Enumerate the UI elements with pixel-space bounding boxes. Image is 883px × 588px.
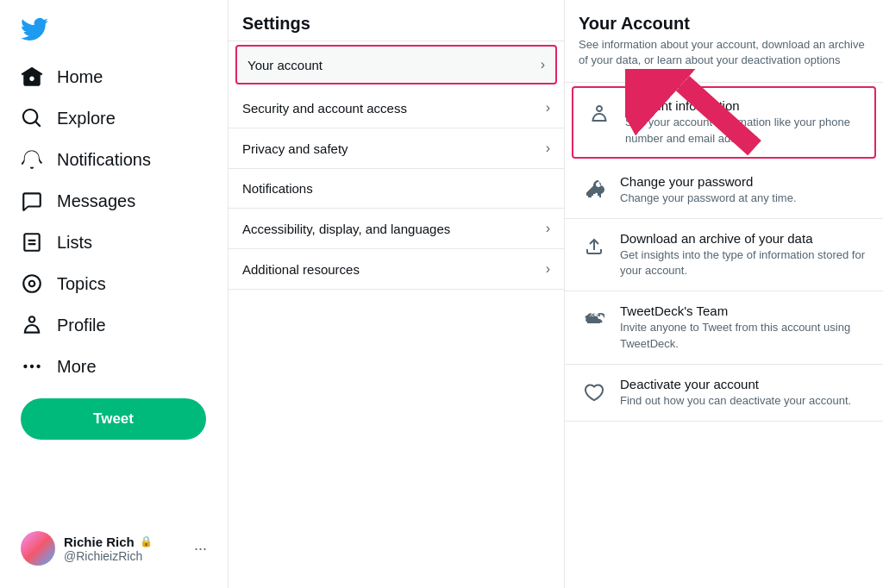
account-item-download-archive[interactable]: Download an archive of your data Get ins… [565, 219, 883, 291]
key-icon [579, 174, 610, 205]
sidebar-item-label: Profile [57, 316, 106, 335]
settings-panel: Settings Your account › Security and acc… [229, 0, 565, 588]
sidebar-user[interactable]: Richie Rich 🔒 @RichieizRich ··· [10, 522, 217, 574]
notifications-icon [21, 148, 43, 171]
svg-point-0 [23, 275, 41, 292]
sidebar-item-profile[interactable]: Profile [10, 305, 217, 345]
sidebar-item-explore[interactable]: Explore [10, 98, 217, 138]
sidebar-item-lists[interactable]: Lists [10, 222, 217, 262]
explore-icon [21, 107, 43, 129]
sidebar-item-label: Notifications [57, 150, 151, 170]
team-icon [579, 303, 610, 335]
heart-broken-icon [579, 377, 610, 408]
account-item-deactivate[interactable]: Deactivate your account Find out how you… [565, 365, 883, 422]
tweet-button[interactable]: Tweet [21, 398, 206, 440]
account-item-description: Change your password at any time. [620, 191, 869, 206]
download-icon [579, 231, 610, 262]
home-icon [21, 66, 43, 88]
account-panel: Your Account See information about your … [565, 0, 883, 588]
user-more-icon[interactable]: ··· [194, 540, 207, 558]
avatar [21, 531, 55, 566]
svg-point-1 [29, 281, 35, 287]
account-item-description: Invite anyone to Tweet from this account… [620, 320, 869, 351]
account-panel-description: See information about your account, down… [579, 37, 869, 68]
settings-header: Settings [229, 0, 564, 41]
settings-item-label: Notifications [242, 181, 313, 196]
sidebar-item-home[interactable]: Home [10, 57, 217, 97]
account-item-title: Download an archive of your data [620, 231, 869, 246]
settings-item-accessibility[interactable]: Accessibility, display, and languages › [229, 209, 564, 249]
sidebar: Home Explore Notifications Messages List… [0, 0, 229, 588]
messages-icon [21, 190, 43, 212]
chevron-right-icon: › [546, 141, 550, 156]
account-item-account-information[interactable]: Account information See your account inf… [572, 86, 876, 158]
settings-item-your-account[interactable]: Your account › [235, 45, 557, 84]
account-item-title: TweetDeck's Team [620, 303, 869, 318]
account-item-title: Change your password [620, 174, 869, 189]
profile-icon [21, 314, 43, 336]
account-item-title: Deactivate your account [620, 377, 869, 391]
sidebar-item-label: Home [57, 67, 103, 87]
svg-point-2 [23, 365, 27, 368]
twitter-logo[interactable] [10, 7, 217, 53]
sidebar-item-label: Lists [57, 233, 92, 253]
account-item-title: Account information [625, 98, 864, 113]
svg-point-3 [30, 365, 34, 368]
topics-icon [21, 272, 43, 295]
settings-item-privacy[interactable]: Privacy and safety › [229, 128, 564, 169]
account-item-change-password[interactable]: Change your password Change your passwor… [565, 162, 883, 219]
chevron-right-icon: › [546, 221, 550, 236]
account-item-tweetdecks-team[interactable]: TweetDeck's Team Invite anyone to Tweet … [565, 291, 883, 364]
settings-item-label: Accessibility, display, and languages [242, 222, 450, 236]
more-icon [21, 355, 43, 378]
account-item-description: Get insights into the type of informatio… [620, 247, 869, 278]
sidebar-item-label: Messages [57, 191, 135, 211]
lock-icon: 🔒 [140, 535, 153, 547]
settings-item-notifications[interactable]: Notifications [229, 169, 564, 209]
user-handle: @RichieizRich [64, 549, 194, 563]
sidebar-item-more[interactable]: More [10, 347, 217, 386]
svg-point-4 [36, 365, 40, 368]
account-header: Your Account See information about your … [565, 0, 883, 83]
account-panel-title: Your Account [579, 14, 869, 34]
sidebar-item-label: Explore [57, 109, 116, 128]
person-icon [584, 98, 615, 129]
settings-item-label: Your account [247, 58, 323, 72]
user-name: Richie Rich 🔒 [64, 535, 194, 549]
account-item-description: Find out how you can deactivate your acc… [620, 393, 869, 409]
main-panels: Settings Your account › Security and acc… [229, 0, 883, 588]
sidebar-item-topics[interactable]: Topics [10, 264, 217, 303]
settings-item-label: Privacy and safety [242, 141, 348, 156]
account-item-description: See your account information like your p… [625, 115, 864, 146]
settings-item-label: Additional resources [242, 262, 360, 277]
chevron-right-icon: › [546, 100, 550, 116]
settings-item-additional[interactable]: Additional resources › [229, 249, 564, 290]
sidebar-item-label: More [57, 357, 97, 377]
sidebar-item-notifications[interactable]: Notifications [10, 140, 217, 179]
lists-icon [21, 231, 43, 253]
chevron-right-icon: › [546, 261, 550, 277]
settings-item-security[interactable]: Security and account access › [229, 88, 564, 128]
chevron-right-icon: › [541, 57, 545, 72]
sidebar-item-messages[interactable]: Messages [10, 181, 217, 221]
settings-item-label: Security and account access [242, 101, 407, 116]
sidebar-item-label: Topics [57, 274, 106, 294]
